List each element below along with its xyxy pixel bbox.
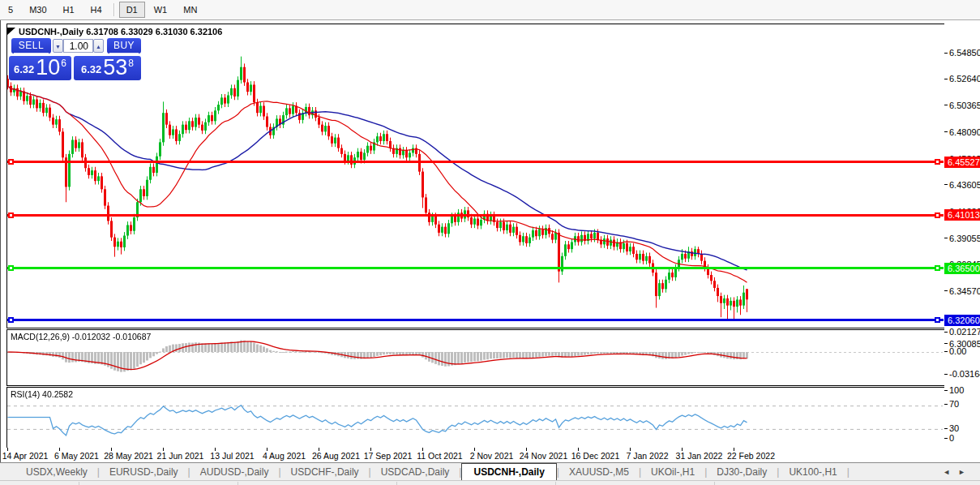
tab-scroll-arrows[interactable]: ◄►: [943, 468, 974, 476]
rsi-scale-label: 100: [949, 385, 964, 395]
rsi-tick-dash: [944, 390, 948, 391]
chart-tab-xauusd-m5[interactable]: XAUUSD-,M5: [559, 464, 639, 480]
timeframe-toolbar: 5M30H1H4D1W1MN: [0, 0, 980, 20]
sell-button[interactable]: SELL: [11, 38, 51, 54]
tab-separator: |: [847, 466, 849, 480]
price-tick-dash: [944, 53, 948, 54]
macd-panel: MACD(12,26,9) -0.012032 -0.010687: [6, 329, 945, 386]
macd-scale-label: -0.031644: [949, 369, 980, 379]
spin-down-icon: ▼: [55, 44, 61, 49]
hline-left-marker[interactable]: [8, 265, 14, 271]
chart-tab-uk100-h1[interactable]: UK100-,H1: [779, 464, 846, 480]
date-label: 21 Jun 2021: [157, 451, 204, 461]
date-label: 6 May 2021: [54, 451, 99, 461]
chart-tab-usdcnh-daily[interactable]: USDCNH-,Daily: [461, 463, 556, 480]
one-click-trading-panel: SELL ▼ 1.00 ▲ BUY 6.32106 6.32538: [8, 36, 144, 83]
chart-tab-eurusd-daily[interactable]: EURUSD-,Daily: [100, 464, 188, 480]
hline-right-marker[interactable]: [935, 317, 940, 323]
tab-scroll-left-icon: ◄: [943, 468, 958, 476]
toolbar-separator: [113, 3, 115, 16]
rsi-tick-dash: [944, 404, 948, 405]
chart-tab-ukoil-h1[interactable]: UKOil-,H1: [641, 464, 704, 480]
date-label: 24 Nov 2021: [520, 451, 568, 461]
date-label: 22 Feb 2022: [727, 451, 775, 461]
chart-title: USDCNH-,Daily 6.31708 6.33029 6.31030 6.…: [19, 27, 222, 36]
status-separator: [714, 482, 715, 485]
price-axis[interactable]: 6.548506.526406.503656.480906.458156.436…: [944, 20, 980, 462]
buy-price-sup: 8: [128, 58, 134, 68]
date-label: 16 Dec 2021: [571, 451, 620, 461]
price-tick-label: 6.50365: [949, 101, 980, 110]
sell-price-big: 10: [36, 57, 60, 78]
sell-price-sup: 6: [61, 58, 66, 68]
sell-price-prefix: 6.32: [14, 62, 34, 78]
timeframe-button-mn[interactable]: MN: [176, 2, 204, 18]
chart-tab-usdx-weekly[interactable]: USDX,Weekly: [16, 464, 97, 480]
main-chart-panel: [6, 24, 945, 328]
date-label: 31 Jan 2022: [676, 451, 723, 461]
horizontal-line-6.36500[interactable]: [7, 267, 944, 269]
chart-tab-usdcad-daily[interactable]: USDCAD-,Daily: [371, 464, 460, 480]
status-separator: [79, 482, 79, 485]
price-tick-label: 6.34570: [949, 286, 980, 296]
hline-right-marker[interactable]: [935, 159, 940, 165]
buy-underline: [109, 53, 139, 54]
horizontal-line-6.45527[interactable]: [7, 161, 944, 163]
date-label: 7 Jan 2022: [627, 451, 669, 461]
timeframe-button-w1[interactable]: W1: [147, 2, 175, 18]
sell-underline: [14, 53, 49, 54]
date-label: 26 Aug 2021: [312, 451, 360, 461]
date-label: 14 Apr 2021: [2, 451, 49, 461]
hline-right-marker[interactable]: [935, 212, 940, 218]
horizontal-line-6.41013[interactable]: [7, 214, 944, 217]
rsi-tick-dash: [944, 438, 948, 439]
macd-tick-dash: [944, 374, 948, 375]
price-tick-dash: [944, 79, 948, 79]
hline-left-marker[interactable]: [8, 317, 14, 323]
rsi-scale-label: 0: [949, 433, 954, 443]
timeframe-button-5[interactable]: 5: [1, 2, 20, 18]
price-tick-dash: [944, 238, 948, 238]
tab-scroll-right-icon: ►: [958, 468, 974, 476]
price-tick-label: 6.52640: [949, 74, 980, 84]
hline-left-marker[interactable]: [8, 212, 14, 218]
status-bar: [0, 480, 980, 485]
date-label: 17 Sep 2021: [364, 451, 413, 461]
chart-tab-bar: USDX,Weekly|EURUSD-,Daily|AUDUSD-,Daily|…: [0, 462, 980, 480]
chart-ohlc-values: 6.31708 6.33029 6.31030 6.32106: [86, 27, 222, 36]
price-tick-label: 6.54850: [949, 48, 980, 58]
horizontal-line-6.32060[interactable]: [7, 319, 944, 321]
spin-up-icon: ▲: [96, 44, 101, 49]
chart-tab-audusd-daily[interactable]: AUDUSD-,Daily: [190, 464, 279, 480]
buy-button[interactable]: BUY: [107, 38, 141, 54]
sell-price-button[interactable]: 6.32106: [9, 56, 71, 80]
price-badge-6.41013: 6.41013: [944, 209, 980, 221]
volume-decrease-button[interactable]: ▼: [53, 39, 63, 53]
price-tick-dash: [944, 105, 948, 105]
chart-tab-dj30-daily[interactable]: DJ30-,Daily: [707, 464, 777, 480]
buy-price-prefix: 6.32: [81, 62, 101, 78]
macd-label: MACD(12,26,9) -0.012032 -0.010687: [11, 332, 151, 341]
macd-tick-dash: [944, 351, 948, 352]
date-axis[interactable]: 14 Apr 20216 May 202128 May 202121 Jun 2…: [1, 448, 944, 462]
timeframe-button-m30[interactable]: M30: [22, 2, 53, 18]
chart-arrow-icon: [7, 28, 15, 35]
volume-input[interactable]: 1.00: [63, 39, 93, 53]
rsi-chart[interactable]: [7, 388, 943, 446]
price-badge-6.36500: 6.36500: [944, 263, 980, 274]
macd-scale-label: 0.021276: [949, 327, 980, 337]
volume-increase-button[interactable]: ▲: [93, 39, 104, 53]
hline-left-marker[interactable]: [8, 159, 14, 165]
buy-price-button[interactable]: 6.32538: [74, 56, 141, 80]
hline-right-marker[interactable]: [935, 265, 940, 271]
chart-tab-usdchf-daily[interactable]: USDCHF-,Daily: [281, 464, 369, 480]
buy-price-big: 53: [103, 57, 127, 78]
rsi-scale-label: 70: [949, 399, 959, 409]
timeframe-button-h1[interactable]: H1: [56, 2, 82, 18]
status-separator: [238, 482, 238, 485]
timeframe-button-h4[interactable]: H4: [83, 2, 109, 18]
date-label: 2 Nov 2021: [470, 451, 514, 461]
candlestick-chart[interactable]: [7, 24, 943, 326]
timeframe-button-d1[interactable]: D1: [119, 2, 145, 18]
rsi-scale-label: 30: [949, 423, 959, 433]
